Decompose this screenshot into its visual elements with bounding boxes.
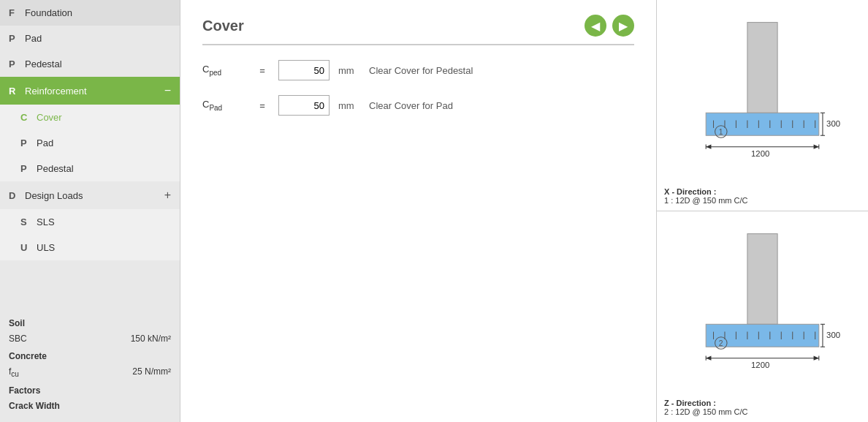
sidebar-item-pedestal-top[interactable]: P Pedestal <box>0 51 180 77</box>
cped-equals: = <box>255 65 270 76</box>
sidebar-label-pedestal-top: Pedestal <box>25 59 171 69</box>
svg-text:300: 300 <box>826 119 840 128</box>
concrete-label: Concrete <box>9 349 171 365</box>
sidebar-item-pad-top[interactable]: P Pad <box>0 26 180 51</box>
sbc-label: SBC <box>9 331 27 347</box>
svg-marker-20 <box>814 145 819 149</box>
nav-next-button[interactable]: ▶ <box>612 15 634 37</box>
sidebar-item-pedestal-sub[interactable]: P Pedestal <box>0 156 180 181</box>
sidebar-label-pad-sub: Pad <box>37 137 171 148</box>
cped-input[interactable] <box>278 60 330 80</box>
sidebar-label-pedestal-sub: Pedestal <box>37 163 171 174</box>
sidebar-item-uls[interactable]: U ULS <box>0 235 180 260</box>
sbc-value: 150 kN/m² <box>131 331 171 347</box>
sidebar-label-pad-top: Pad <box>25 33 171 44</box>
svg-marker-43 <box>706 356 711 361</box>
svg-text:2: 2 <box>719 339 723 347</box>
cped-unit: mm <box>338 65 360 76</box>
crack-width-label: Crack Width <box>9 399 171 415</box>
sidebar-collapse-reinforcement[interactable]: − <box>164 84 171 97</box>
sidebar-label-cover: Cover <box>37 112 171 123</box>
sidebar-letter-foundation: F <box>9 7 25 18</box>
nav-arrows: ◀ ▶ <box>585 15 634 37</box>
z-direction-note: 2 : 12D @ 150 mm C/C <box>664 407 747 416</box>
sidebar-item-foundation[interactable]: F Foundation <box>0 0 180 26</box>
svg-text:1200: 1200 <box>751 361 769 369</box>
sidebar-label-sls: SLS <box>37 216 171 227</box>
diagram-z-svg: 300 1200 2 <box>664 219 861 415</box>
diagram-x-caption: X - Direction : 1 : 12D @ 150 mm C/C <box>664 187 747 205</box>
fcu-value: 25 N/mm² <box>132 364 171 381</box>
cpad-description: Clear Cover for Pad <box>369 100 453 111</box>
svg-marker-44 <box>814 356 819 361</box>
svg-text:300: 300 <box>826 331 840 339</box>
cpad-row: CPad = mm Clear Cover for Pad <box>202 95 634 116</box>
sidebar-expand-design-loads[interactable]: + <box>164 189 171 202</box>
soil-label: Soil <box>9 316 171 332</box>
nav-prev-button[interactable]: ◀ <box>585 15 606 37</box>
diagram-x-svg: 300 1200 1 <box>664 7 861 203</box>
sidebar-letter-sls: S <box>20 216 37 227</box>
svg-rect-24 <box>747 234 777 325</box>
sidebar: F Foundation P Pad P Pedestal R Reinforc… <box>0 0 180 422</box>
main-header: Cover ◀ ▶ <box>202 15 634 45</box>
svg-text:1200: 1200 <box>751 149 769 158</box>
x-direction-title: X - Direction : <box>664 187 747 196</box>
diagram-x-direction: 300 1200 1 X - Direction : 1 : 12D @ 150… <box>657 0 868 211</box>
sidebar-item-sls[interactable]: S SLS <box>0 209 180 235</box>
sidebar-item-reinforcement[interactable]: R Reinforcement − <box>0 77 180 105</box>
z-direction-title: Z - Direction : <box>664 399 747 407</box>
main-content: Cover ◀ ▶ Cped = mm Clear Cover for Pede… <box>180 0 656 422</box>
sidebar-label-uls: ULS <box>37 242 171 253</box>
fcu-label: fcu <box>9 364 19 381</box>
svg-rect-0 <box>747 23 777 113</box>
sidebar-item-cover[interactable]: C Cover <box>0 105 180 130</box>
right-panel: 300 1200 1 X - Direction : 1 : 12D @ 150… <box>656 0 868 422</box>
sidebar-letter-pad-top: P <box>9 33 25 44</box>
sidebar-letter-pad-sub: P <box>20 137 37 148</box>
cpad-equals: = <box>255 100 270 111</box>
sidebar-item-design-loads[interactable]: D Design Loads + <box>0 181 180 209</box>
cped-description: Clear Cover for Pedestal <box>369 65 473 76</box>
sidebar-letter-design-loads: D <box>9 190 25 201</box>
svg-text:1: 1 <box>719 128 723 136</box>
sidebar-info: Soil SBC 150 kN/m² Concrete fcu 25 N/mm²… <box>0 309 180 422</box>
sidebar-label-reinforcement: Reinforcement <box>25 86 164 97</box>
sidebar-letter-uls: U <box>20 242 37 253</box>
svg-marker-19 <box>706 145 711 149</box>
sidebar-letter-cover: C <box>20 112 37 123</box>
factors-label: Factors <box>9 383 171 399</box>
x-direction-note: 1 : 12D @ 150 mm C/C <box>664 196 747 205</box>
page-title: Cover <box>202 18 244 34</box>
diagram-z-direction: 300 1200 2 Z - Direction : 2 : 12D @ 150… <box>657 211 868 422</box>
cpad-label: CPad <box>202 99 246 112</box>
cped-label: Cped <box>202 64 246 77</box>
sidebar-label-design-loads: Design Loads <box>25 190 164 201</box>
sidebar-label-foundation: Foundation <box>25 7 171 18</box>
cped-row: Cped = mm Clear Cover for Pedestal <box>202 60 634 80</box>
diagram-z-caption: Z - Direction : 2 : 12D @ 150 mm C/C <box>664 399 747 416</box>
sidebar-item-pad-sub[interactable]: P Pad <box>0 130 180 156</box>
sidebar-letter-pedestal-top: P <box>9 59 25 69</box>
sidebar-letter-reinforcement: R <box>9 86 25 97</box>
cpad-unit: mm <box>338 100 360 111</box>
cpad-input[interactable] <box>278 95 330 116</box>
sidebar-letter-pedestal-sub: P <box>20 163 37 174</box>
